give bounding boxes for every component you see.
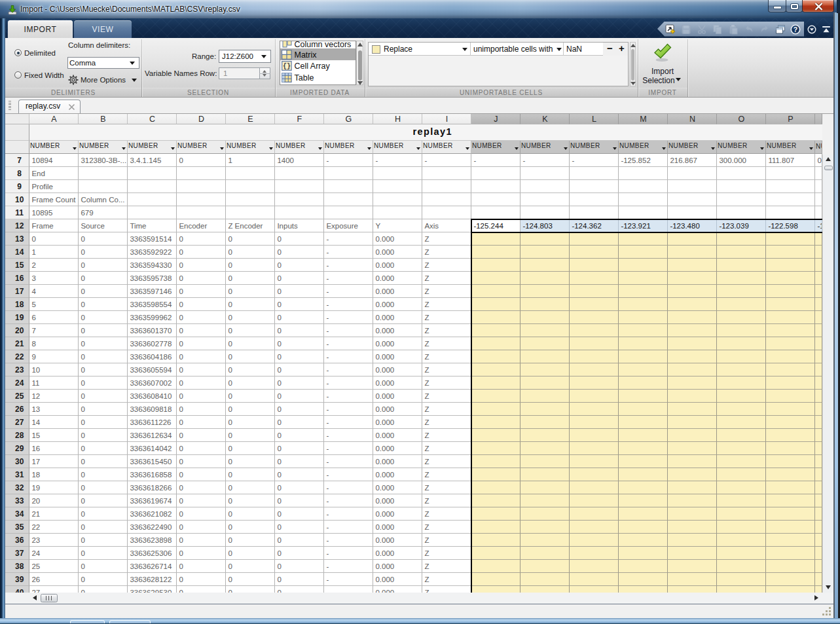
svg-text:?: ?	[793, 26, 797, 33]
svg-text:{}: {}	[282, 63, 290, 70]
